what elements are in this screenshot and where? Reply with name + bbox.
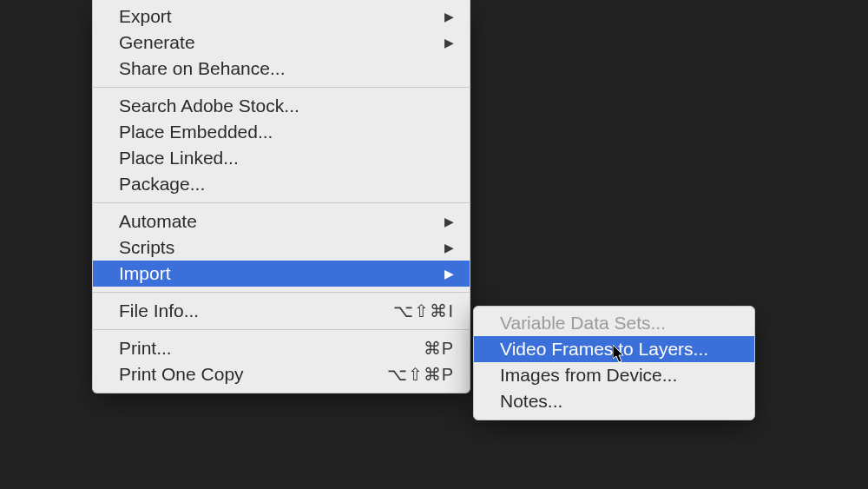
menu-item-generate[interactable]: Generate ▶ — [93, 30, 470, 56]
menu-item-file-info[interactable]: File Info... ⌥⇧⌘I — [93, 298, 470, 324]
menu-item-label: Images from Device... — [500, 365, 739, 386]
menu-item-package[interactable]: Package... — [93, 171, 470, 197]
menu-item-print[interactable]: Print... ⌘P — [93, 335, 470, 361]
menu-separator — [93, 292, 470, 293]
menu-item-label: File Info... — [119, 301, 376, 321]
menu-item-label: Print... — [119, 338, 406, 359]
menu-item-place-embedded[interactable]: Place Embedded... — [93, 119, 470, 145]
menu-separator — [93, 329, 470, 330]
submenu-arrow-icon: ▶ — [444, 215, 454, 228]
menu-separator — [93, 87, 470, 88]
menu-item-place-linked[interactable]: Place Linked... — [93, 145, 470, 171]
menu-item-share-behance[interactable]: Share on Behance... — [93, 56, 470, 82]
menu-item-label: Export — [119, 6, 427, 27]
menu-item-label: Generate — [119, 32, 427, 53]
menu-item-import[interactable]: Import ▶ — [93, 261, 470, 287]
menu-item-search-adobe-stock[interactable]: Search Adobe Stock... — [93, 93, 470, 119]
menu-item-scripts[interactable]: Scripts ▶ — [93, 235, 470, 261]
submenu-item-video-frames-to-layers[interactable]: Video Frames to Layers... — [474, 336, 754, 362]
menu-separator — [93, 202, 470, 203]
menu-item-label: Place Embedded... — [119, 122, 454, 142]
submenu-arrow-icon: ▶ — [444, 241, 454, 254]
menu-item-print-one-copy[interactable]: Print One Copy ⌥⇧⌘P — [93, 361, 470, 387]
menu-item-automate[interactable]: Automate ▶ — [93, 208, 470, 235]
submenu-item-variable-data-sets: Variable Data Sets... — [474, 310, 754, 336]
menu-item-label: Import — [119, 263, 427, 284]
menu-item-label: Variable Data Sets... — [500, 313, 739, 334]
submenu-arrow-icon: ▶ — [444, 10, 454, 23]
menu-item-label: Search Adobe Stock... — [119, 96, 454, 116]
menu-item-label: Print One Copy — [119, 364, 370, 385]
submenu-arrow-icon: ▶ — [444, 267, 454, 281]
menu-item-label: Automate — [119, 211, 427, 232]
menu-item-label: Place Linked... — [119, 148, 454, 169]
menu-item-shortcut: ⌘P — [424, 338, 454, 359]
submenu-item-images-from-device[interactable]: Images from Device... — [474, 362, 754, 388]
import-submenu: Variable Data Sets... Video Frames to La… — [473, 306, 755, 420]
file-menu: Export ▶ Generate ▶ Share on Behance... … — [92, 0, 470, 393]
menu-item-label: Share on Behance... — [119, 58, 454, 79]
menu-item-label: Notes... — [500, 391, 739, 412]
menu-item-label: Video Frames to Layers... — [500, 339, 739, 360]
menu-item-label: Package... — [119, 174, 454, 195]
menu-item-export[interactable]: Export ▶ — [93, 3, 470, 30]
menu-item-shortcut: ⌥⇧⌘P — [387, 364, 454, 385]
submenu-item-notes[interactable]: Notes... — [474, 388, 754, 414]
submenu-arrow-icon: ▶ — [444, 36, 454, 50]
menu-item-label: Scripts — [119, 237, 427, 258]
menu-item-shortcut: ⌥⇧⌘I — [393, 301, 454, 321]
